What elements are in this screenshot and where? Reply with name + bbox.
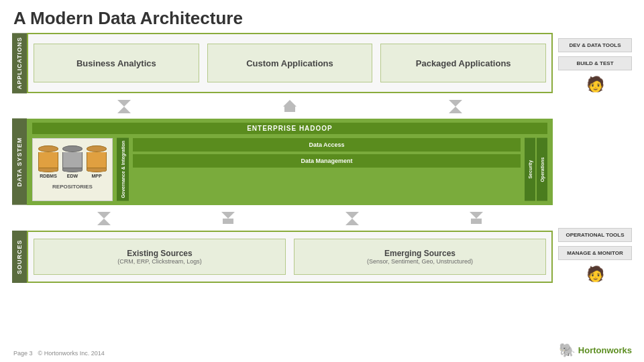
- sources-section: Existing Sources (CRM, ERP, Clickstream,…: [27, 231, 553, 283]
- operational-tools-box: OPERATIONAL TOOLS: [558, 228, 632, 242]
- rdbms-icon: RDBMS: [38, 145, 58, 178]
- right-panel: DEV & DATA TOOLS BUILD & TEST 🧑 OPERATIO…: [558, 33, 632, 283]
- mpp-icon: MPP: [87, 145, 107, 178]
- data-boxes: Data Access Data Management: [133, 138, 521, 201]
- existing-sources-box: Existing Sources (CRM, ERP, Clickstream,…: [34, 239, 286, 275]
- side-strips: Security Operations: [525, 138, 547, 201]
- hortonworks-name: Hortonworks: [578, 345, 632, 355]
- security-strip: Security: [525, 138, 535, 201]
- page-number: Page 3: [13, 350, 33, 357]
- data-access-box: Data Access: [133, 138, 521, 152]
- manage-monitor-box: MANAGE & MONITOR: [558, 246, 632, 260]
- repositories-label: REPOSITORIES: [52, 184, 93, 190]
- business-analytics-box: Business Analytics: [34, 44, 199, 82]
- hortonworks-icon: 🐘: [559, 342, 576, 358]
- arrows-apps-datasystem: [27, 99, 553, 113]
- packaged-applications-box: Packaged Applications: [380, 44, 546, 82]
- manage-person-icon: 🧑: [558, 265, 632, 283]
- sources-label: SOURCES: [12, 231, 27, 283]
- emerging-sources-box: Emerging Sources (Sensor, Sentiment, Geo…: [294, 239, 546, 275]
- custom-applications-box: Custom Applications: [207, 44, 373, 82]
- hortonworks-logo: 🐘 Hortonworks: [559, 342, 632, 358]
- governance-strip: Governance & Integration: [117, 138, 129, 201]
- arrows-datasystem-sources: [27, 210, 553, 225]
- hadoop-header: ENTERPRISE HADOOP: [32, 123, 547, 134]
- page-title: A Modern Data Architecture: [0, 0, 644, 33]
- data-management-box: Data Management: [133, 154, 521, 168]
- edw-icon: EDW: [62, 145, 83, 178]
- datasystem-label: DATA SYSTEM: [12, 119, 27, 205]
- dev-tools-box: DEV & DATA TOOLS: [558, 38, 632, 52]
- build-person-icon: 🧑: [558, 76, 632, 93]
- build-test-box: BUILD & TEST: [558, 56, 632, 70]
- operations-strip: Operations: [537, 138, 547, 201]
- datasystem-section: ENTERPRISE HADOOP RDBMS: [27, 119, 553, 205]
- applications-section: Business Analytics Custom Applications P…: [27, 33, 553, 93]
- copyright: © Hortonworks Inc. 2014: [38, 350, 105, 357]
- repositories-box: RDBMS EDW: [32, 138, 113, 201]
- footer: Page 3 © Hortonworks Inc. 2014: [13, 350, 105, 357]
- applications-label: APPLICATIONS: [12, 33, 27, 93]
